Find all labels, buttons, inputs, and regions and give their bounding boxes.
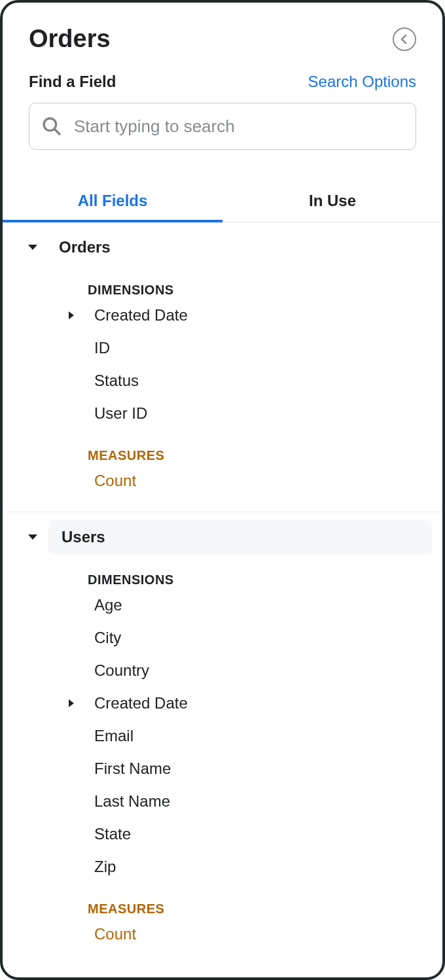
field-item[interactable]: Count — [3, 464, 442, 497]
field-label: Zip — [88, 858, 116, 876]
field-tabs: All Fields In Use — [3, 181, 442, 222]
field-label: State — [88, 825, 131, 843]
chevron-left-icon — [399, 34, 410, 44]
field-item[interactable]: Age — [3, 589, 442, 621]
field-item[interactable]: Status — [3, 364, 442, 397]
field-label: Created Date — [88, 306, 188, 324]
field-item[interactable]: Email — [3, 720, 442, 752]
field-item[interactable]: First Name — [3, 752, 442, 785]
collapse-panel-button[interactable] — [393, 27, 416, 51]
caret-right-icon — [68, 699, 75, 708]
field-label: User ID — [88, 404, 147, 423]
measures-label: MEASURES — [3, 448, 442, 463]
page-title: Orders — [29, 25, 111, 53]
field-item[interactable]: Country — [3, 654, 442, 687]
dimensions-label: DIMENSIONS — [3, 572, 442, 587]
tab-all-fields[interactable]: All Fields — [3, 181, 222, 222]
field-tree: Orders DIMENSIONS Created Date ID Status — [3, 222, 442, 977]
view-header-orders[interactable]: Orders — [3, 230, 442, 264]
field-item[interactable]: Created Date — [3, 687, 442, 720]
field-label: City — [88, 629, 121, 647]
caret-down-icon — [27, 533, 38, 541]
field-label: ID — [88, 339, 110, 357]
view-header-users[interactable]: Users — [48, 520, 432, 554]
field-item[interactable]: Zip — [3, 850, 442, 883]
field-label: Count — [88, 472, 136, 490]
search-box[interactable] — [29, 103, 416, 150]
caret-right-icon — [68, 311, 75, 320]
field-item[interactable]: City — [3, 621, 442, 654]
search-options-link[interactable]: Search Options — [308, 73, 416, 91]
tab-in-use[interactable]: In Use — [222, 181, 442, 222]
field-label: Age — [88, 596, 122, 614]
field-label: Created Date — [88, 694, 188, 712]
find-field-label: Find a Field — [29, 73, 116, 91]
field-label: Country — [88, 661, 149, 680]
field-item[interactable]: State — [3, 818, 442, 850]
search-icon — [41, 116, 62, 137]
search-input[interactable] — [74, 116, 404, 137]
field-item[interactable]: Count — [3, 918, 442, 951]
field-label: Status — [88, 372, 139, 390]
field-label: Last Name — [88, 792, 170, 811]
dimensions-label: DIMENSIONS — [3, 283, 442, 298]
measures-label: MEASURES — [3, 901, 442, 917]
field-label: First Name — [88, 760, 171, 778]
svg-line-1 — [54, 129, 60, 134]
field-label: Count — [88, 925, 136, 943]
field-item[interactable]: Created Date — [3, 299, 442, 332]
view-name: Users — [62, 528, 105, 546]
field-item[interactable]: ID — [3, 332, 442, 364]
caret-down-icon — [27, 243, 38, 251]
view-name: Orders — [59, 238, 111, 256]
field-label: Email — [88, 727, 134, 745]
field-item[interactable]: Last Name — [3, 785, 442, 818]
field-item[interactable]: User ID — [3, 397, 442, 430]
